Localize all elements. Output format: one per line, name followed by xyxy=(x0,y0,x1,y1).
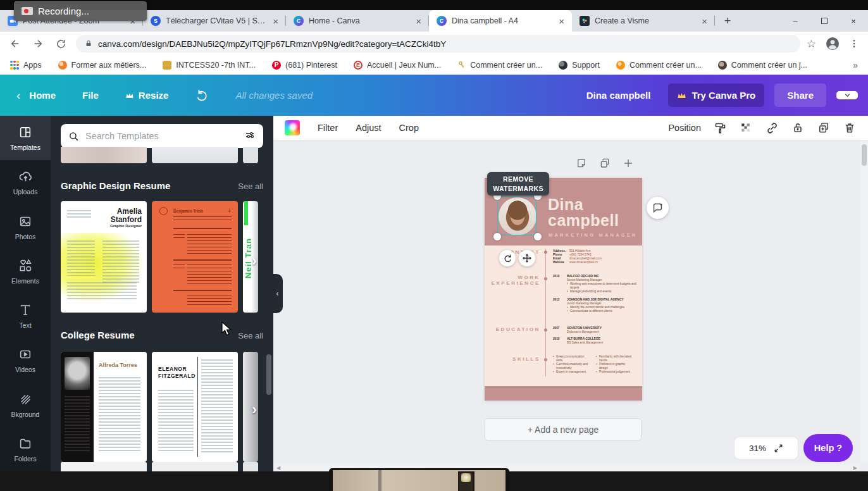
color-swatch[interactable] xyxy=(285,120,300,135)
bookmarks-overflow-icon[interactable]: » xyxy=(853,60,858,70)
design-page[interactable]: Dina campbell MARKETING MANAGER xyxy=(485,178,642,401)
sidebar-item-background[interactable]: Bkground xyxy=(0,383,51,427)
link-icon[interactable] xyxy=(765,121,779,135)
bookmark-item[interactable]: E Accueil | Jeux Num... xyxy=(354,61,441,70)
bookmark-item[interactable]: Comment créer un j... xyxy=(718,61,807,70)
download-button[interactable]: Download xyxy=(836,91,858,99)
sidebar-item-elements[interactable]: Elements xyxy=(0,249,51,294)
home-button[interactable]: ‹ Home xyxy=(16,89,56,103)
close-tab-icon[interactable]: × xyxy=(414,16,423,26)
notes-icon[interactable] xyxy=(576,158,587,169)
template-thumbnail-partial[interactable] xyxy=(61,147,147,163)
tab-home-canva[interactable]: C Home - Canva × xyxy=(286,10,429,32)
sidebar-item-templates[interactable]: Templates xyxy=(0,116,51,160)
duplicate-page-icon[interactable] xyxy=(599,158,611,169)
template-thumbnail-partial[interactable] xyxy=(152,462,238,471)
share-button[interactable]: Share xyxy=(774,84,826,107)
carousel-next-icon[interactable]: › xyxy=(252,401,257,418)
section-title: College Resume xyxy=(61,330,135,340)
search-input[interactable] xyxy=(85,131,238,141)
resize-handle[interactable] xyxy=(493,233,501,240)
close-tab-icon[interactable]: × xyxy=(557,16,566,26)
move-handle[interactable] xyxy=(519,250,535,266)
bookmark-star-icon[interactable]: ☆ xyxy=(807,37,816,51)
add-page-icon[interactable] xyxy=(623,158,634,169)
bookmark-item[interactable]: Comment créer un... xyxy=(457,61,542,70)
remove-watermarks-badge[interactable]: REMOVE WATERMARKS xyxy=(487,172,549,196)
paint-roller-icon[interactable] xyxy=(713,121,727,135)
bookmark-pinterest[interactable]: P (681) Pinterest xyxy=(272,61,337,70)
bookmark-item[interactable]: INTCESS20 -7th INT... xyxy=(163,61,256,70)
minimize-button[interactable]: – xyxy=(781,10,810,32)
bookmark-support[interactable]: Support xyxy=(559,61,600,70)
tab-visme[interactable]: Create a Visme × xyxy=(572,10,715,32)
zoom-control[interactable]: 31% xyxy=(734,437,798,459)
text-icon xyxy=(18,302,33,318)
adjust-menu[interactable]: Adjust xyxy=(356,123,381,133)
lock-icon[interactable] xyxy=(791,121,805,135)
document-title[interactable]: Dina campbell xyxy=(586,90,651,101)
forward-icon[interactable] xyxy=(30,36,46,51)
see-all-link[interactable]: See all xyxy=(238,331,263,340)
undo-icon[interactable] xyxy=(195,89,209,103)
panel-collapse-button[interactable]: ‹ xyxy=(272,274,283,313)
bookmark-item[interactable]: Former aux métiers... xyxy=(58,61,147,70)
reload-icon[interactable] xyxy=(53,36,68,51)
filter-sliders-icon[interactable] xyxy=(244,130,256,142)
new-tab-button[interactable]: + xyxy=(719,12,736,30)
download-options-caret[interactable] xyxy=(836,91,858,99)
template-search[interactable] xyxy=(61,124,263,148)
address-bar[interactable]: canva.com/design/DAEBJNu5i2Q/mpZyITQjFp6… xyxy=(76,35,800,53)
transparency-icon[interactable] xyxy=(739,121,753,135)
url-text: canva.com/design/DAEBJNu5i2Q/mpZyITQjFp6… xyxy=(98,39,446,49)
mouse-cursor xyxy=(221,321,232,337)
sidebar-item-folders[interactable]: Folders xyxy=(0,427,51,471)
add-new-page-button[interactable]: + Add a new page xyxy=(485,418,642,441)
crown-icon xyxy=(677,92,686,99)
site-favicon-icon xyxy=(58,61,67,70)
trash-icon[interactable] xyxy=(843,121,857,135)
template-thumbnail-partial[interactable] xyxy=(243,147,258,163)
position-menu[interactable]: Position xyxy=(668,123,701,133)
carousel-next-icon[interactable]: › xyxy=(252,252,257,270)
template-card-alfreda[interactable]: Alfreda Torres xyxy=(61,352,147,462)
close-window-button[interactable]: × xyxy=(839,10,868,32)
scrollbar-thumb[interactable] xyxy=(862,144,867,166)
duplicate-icon[interactable] xyxy=(817,121,831,135)
try-canva-pro-button[interactable]: Try Canva Pro xyxy=(668,84,764,107)
template-thumbnail-partial[interactable] xyxy=(152,147,238,163)
bookmark-apps[interactable]: Apps xyxy=(10,61,42,70)
help-button[interactable]: Help ? xyxy=(803,434,853,462)
browser-menu-icon[interactable] xyxy=(849,39,859,49)
see-all-link[interactable]: See all xyxy=(238,182,263,191)
sidebar-item-uploads[interactable]: Uploads xyxy=(0,160,51,204)
panel-scrollbar[interactable] xyxy=(266,354,271,395)
template-thumbnail-partial[interactable] xyxy=(243,462,258,471)
expand-icon[interactable] xyxy=(774,444,783,453)
sidebar-item-text[interactable]: Text xyxy=(0,294,51,338)
file-menu[interactable]: File xyxy=(82,90,99,101)
bookmark-item[interactable]: Comment créer un... xyxy=(616,61,702,70)
sidebar-item-photos[interactable]: Photos xyxy=(0,205,51,249)
template-card-eleanor[interactable]: ELEANOR FITZGERALD xyxy=(152,352,238,462)
template-thumbnail-partial[interactable] xyxy=(61,462,147,471)
maximize-button[interactable] xyxy=(810,10,839,32)
close-tab-icon[interactable]: × xyxy=(271,16,280,26)
sidebar-item-videos[interactable]: Videos xyxy=(0,338,51,382)
resize-handle[interactable] xyxy=(534,233,542,240)
tab-dina-campbell[interactable]: C Dina campbell - A4 × xyxy=(429,10,572,32)
rotate-handle[interactable] xyxy=(499,250,516,266)
back-icon[interactable] xyxy=(8,36,23,51)
tab-title: Create a Visme xyxy=(595,16,695,25)
filter-menu[interactable]: Filter xyxy=(318,123,338,133)
crop-menu[interactable]: Crop xyxy=(399,123,419,133)
template-card-amelia[interactable]: Amelia Stanford Graphic Designer xyxy=(61,201,147,313)
tab-cvitae[interactable]: S Télécharger CVitae V5 | Seman × xyxy=(143,10,286,32)
template-card-benjamin[interactable]: + Benjamin Trinh xyxy=(152,201,238,313)
vertical-scrollbar[interactable] xyxy=(860,140,868,463)
comment-button[interactable] xyxy=(647,197,669,219)
close-tab-icon[interactable]: × xyxy=(700,16,709,26)
profile-photo[interactable] xyxy=(499,197,536,235)
profile-avatar[interactable] xyxy=(825,36,840,51)
resize-button[interactable]: Resize xyxy=(125,90,169,101)
